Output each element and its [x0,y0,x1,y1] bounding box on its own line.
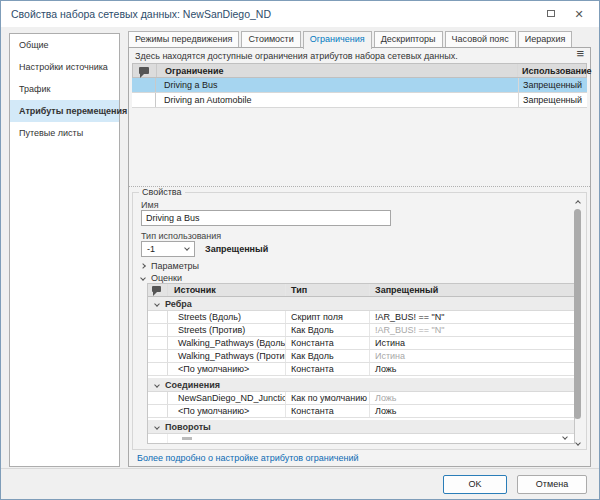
evaluator-row[interactable]: NewSanDiego_ND_Junctions Как по умолчани… [148,392,574,405]
restriction-row-driving-an-automobile[interactable]: Driving an Automobile Запрещенный [132,93,587,108]
evaluator-value: !AR_BUS! == "N" [370,311,574,323]
row-icon-cell [148,324,168,336]
row-icon-cell [132,93,156,107]
column-header-value: Запрещенный [370,284,574,296]
restrictions-table: Ограничение Использование Driving a Bus … [132,63,587,108]
properties-scrollbar[interactable] [572,197,583,445]
restriction-row-driving-a-bus[interactable]: Driving a Bus Запрещенный [132,78,587,93]
evaluator-row[interactable]: Walking_Pathways (Вдоль) Константа Истин… [148,337,574,350]
row-icon-cell [148,311,168,323]
cancel-button[interactable]: Отмена [517,475,587,494]
clipped-row-content [182,437,192,440]
usage-type-dropdown[interactable]: -1 [141,241,195,257]
table-scrollbar-down-button[interactable] [563,431,572,441]
group-label: Соединения [165,380,220,390]
evaluator-source: <По умолчанию> [168,363,286,375]
properties-group: Свойства Имя Тип использования -1 Запрещ… [132,192,587,450]
dialog-title: Свойства набора сетевых данных: NewSanDi… [11,8,271,20]
sidebar-item-traffic[interactable]: Трафик [10,78,119,100]
scrollbar-down-button[interactable] [574,437,582,445]
evaluator-row[interactable]: <По умолчанию> Константа Ложь [148,363,574,376]
scrollbar-thumb[interactable] [574,209,581,419]
sidebar-item-travel-attributes[interactable]: Атрибуты перемещения [10,100,119,122]
column-header-usage: Использование [518,64,586,77]
evaluator-flag-icon [148,284,168,296]
evaluator-value: Ложь [370,363,574,375]
row-icon-cell [148,337,168,349]
group-header-edges[interactable]: Ребра [148,297,574,311]
parameters-expander[interactable]: Параметры [141,261,199,271]
chevron-right-icon [140,263,146,269]
evaluator-type: Как Вдоль [286,350,370,362]
evaluator-value: Ложь [370,392,574,404]
title-bar: Свойства набора сетевых данных: NewSanDi… [1,1,599,27]
row-icon-cell [148,363,168,375]
chevron-down-icon [575,440,581,446]
tab-descriptors[interactable]: Дескрипторы [374,31,443,47]
tab-travel-modes[interactable]: Режимы передвижения [128,31,239,47]
column-header-source: Источник [168,284,286,296]
evaluator-row[interactable]: Streets (Против) Как Вдоль !AR_BUS! == "… [148,324,574,337]
evaluator-source: Streets (Против) [168,324,286,336]
evaluator-source: NewSanDiego_ND_Junctions [168,392,286,404]
evaluator-source: Walking_Pathways (Против) [168,350,286,362]
evaluator-type: Как Вдоль [286,324,370,336]
evaluator-type: Константа [286,363,370,375]
evaluators-expander[interactable]: Оценки [141,273,182,283]
restriction-name: Driving an Automobile [156,93,519,107]
row-icon-cell [148,392,168,404]
help-link[interactable]: Более подробно о настройке атрибутов огр… [137,453,358,463]
restriction-name: Driving a Bus [156,78,519,92]
tab-hierarchy[interactable]: Иерархия [518,31,573,47]
main-panel: Режимы передвижения Стоимости Ограничени… [128,31,591,467]
row-icon-cell [148,434,168,443]
evaluator-value: !AR_BUS! == "N" [370,324,574,336]
evaluators-table-header: Источник Тип Запрещенный [148,284,574,297]
chevron-down-icon [154,301,160,307]
tab-strip: Режимы передвижения Стоимости Ограничени… [128,31,574,48]
usage-type-value: -1 [147,244,155,254]
evaluator-value: Истина [370,337,574,349]
evaluator-type: Скрипт поля [286,311,370,323]
scrollbar-up-button[interactable] [574,197,582,205]
dropdown-chevron-icon [184,245,190,251]
group-header-turns[interactable]: Повороты [148,420,574,434]
column-header-type: Тип [286,284,370,296]
evaluator-type: Константа [286,337,370,349]
network-dataset-properties-dialog: Свойства набора сетевых данных: NewSanDi… [0,0,600,500]
close-button[interactable]: ✕ [569,5,589,23]
splitter[interactable] [129,186,590,189]
maximize-button[interactable] [541,5,561,23]
evaluator-type: Как по умолчанию [286,392,370,404]
sidebar-item-directions[interactable]: Путевые листы [10,122,119,144]
group-header-junctions[interactable]: Соединения [148,378,574,392]
group-label: Ребра [165,299,192,309]
footer-bar: OK Отмена [1,468,599,499]
sidebar-item-general[interactable]: Общие [10,34,119,56]
chevron-down-icon [154,424,160,430]
restriction-usage: Запрещенный [519,78,587,92]
chevron-down-icon [154,382,160,388]
row-icon-cell [132,78,156,92]
row-icon-cell [148,405,168,417]
chevron-up-icon [575,200,581,206]
name-label: Имя [141,200,159,210]
evaluator-row[interactable]: Streets (Вдоль) Скрипт поля !AR_BUS! == … [148,311,574,324]
sidebar-item-source-settings[interactable]: Настройки источника [10,56,119,78]
restriction-usage: Запрещенный [519,93,587,107]
evaluator-value: Ложь [370,405,574,417]
menu-icon[interactable]: ≡ [576,48,584,59]
evaluator-flag-icon [133,64,157,77]
group-label: Повороты [165,422,211,432]
evaluator-row[interactable]: <По умолчанию> Константа Ложь [148,405,574,418]
parameters-expander-label: Параметры [151,261,199,271]
ok-button[interactable]: OK [443,475,507,494]
evaluators-table: Источник Тип Запрещенный Ребра Streets (… [147,283,575,444]
evaluator-row[interactable]: Walking_Pathways (Против) Как Вдоль Исти… [148,350,574,363]
name-input[interactable] [141,210,391,226]
row-icon-cell [148,350,168,362]
tab-restrictions[interactable]: Ограничения [303,31,372,49]
tab-costs[interactable]: Стоимости [241,31,300,47]
usage-type-name: Запрещенный [205,244,268,254]
tab-time-zone[interactable]: Часовой пояс [445,31,516,47]
